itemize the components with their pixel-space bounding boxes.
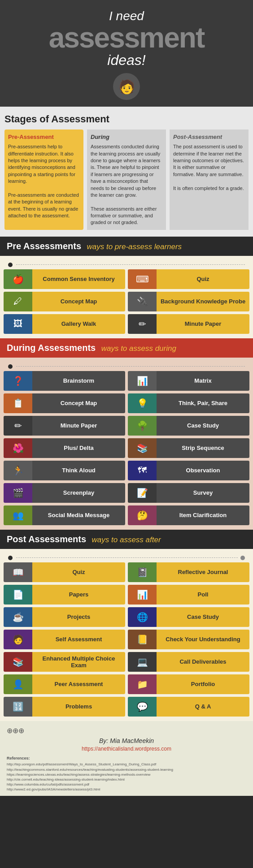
during-item-case-study: 🌳 Case Study [128,416,249,436]
during-label-screenplay: Screenplay [32,483,125,503]
stage-during-title: During [91,133,162,141]
pre-item-gallery: 🖼 Gallery Walk [4,314,125,334]
post-item-peer-assessment: 👤 Peer Assessment [4,674,125,694]
pre-header-italic: ways to pre-assess learners [87,242,182,251]
pre-thumb-common-sense: 🍎 [4,269,32,289]
stage-during: During Assessments conducted during the … [87,130,166,230]
pre-item-concept-map: 🖊 Concept Map [4,292,125,311]
during-row-7: 👥 Social Media Message 🤔 Item Clarificat… [4,505,249,525]
during-label-concept-map: Concept Map [32,393,125,413]
footer-ref-6: http://www2.ed.gov/pubs/IASA/newsletters… [7,787,246,792]
post-row-3: ☕ Projects 🌐 Case Study [4,607,249,627]
post-item-papers: 📄 Papers [4,585,125,605]
during-row-2: 📋 Concept Map 💡 Think, Pair, Share [4,393,249,413]
during-label-matrix: Matrix [157,371,249,391]
during-assessments-grid-section: ❓ Brainstorm 📊 Matrix 📋 Concept Map 💡 Th… [0,358,253,530]
during-thumb-think-pair: 💡 [128,393,157,413]
post-dot [8,556,13,560]
pre-thumb-gallery: 🖼 [4,314,32,334]
during-row-5: 🏃 Think Aloud 🗺 Observation [4,461,249,480]
footer-url: https://anethicalisland.wordpress.com [7,746,246,752]
post-item-qa: 💬 Q & A [128,697,249,717]
post-item-poll: 📊 Poll [128,585,249,605]
pre-thumb-concept-map: 🖊 [4,292,32,311]
during-item-survey: 📝 Survey [128,483,249,503]
header-title-bottom: ideas! [4,52,249,69]
during-item-think-aloud: 🏃 Think Aloud [4,461,125,480]
stage-pre-title: Pre-Assessment [8,133,80,141]
footer-ref-5: http://www.columbia.edu/cu/tat/pdfs/asse… [7,782,246,787]
during-label-brainstorm: Brainstorm [32,371,125,391]
stage-during-text1: Assessments conducted during the learnin… [91,143,162,199]
post-header-italic: ways to assess after [92,535,161,544]
during-dot [8,364,13,369]
post-thumb-papers: 📄 [4,585,32,605]
pre-label-minute-paper: Minute Paper [157,314,249,334]
pre-dot-row [4,260,249,269]
post-thumb-enhanced-multiple: 📚 [4,652,32,672]
pre-assessments-grid-section: 🍎 Common Sense Inventory ⌨ Quiz 🖊 Concep… [0,256,253,338]
post-thumb-poll: 📊 [128,585,157,605]
post-label-qa: Q & A [157,697,249,717]
footer-ref-1: http://tep.uoregon.edu/pdf/assessment/Wa… [7,762,246,767]
post-thumb-qa: 💬 [128,697,157,717]
post-row-6: 👤 Peer Assessment 📁 Portfolio [4,674,249,694]
during-label-plus-delta: Plus/ Delta [32,438,125,458]
post-item-check-understanding: 📒 Check Your Understanding [128,630,249,649]
post-label-portfolio: Portfolio [157,674,249,694]
post-item-projects: ☕ Projects [4,607,125,627]
stage-during-text2: These assessments are either formative o… [91,206,162,226]
pre-label-quiz: Quiz [157,269,249,289]
stage-post-text2: It is often completed for a grade. [173,185,245,192]
post-row-2: 📄 Papers 📊 Poll [4,585,249,605]
stage-post-text: The post assessment is used to determine… [173,143,245,178]
during-item-item-clarification: 🤔 Item Clarification [128,505,249,525]
post-label-projects: Projects [32,607,125,627]
during-header-italic: ways to assess during [101,344,176,353]
during-thumb-think-aloud: 🏃 [4,461,32,480]
post-thumb-call-deliverables: 💻 [128,652,157,672]
post-label-self-assessment: Self Assessment [32,630,125,649]
during-header-bold: During Assessments [7,343,96,353]
during-label-social-media: Social Media Message [32,505,125,525]
post-label-call-deliverables: Call Deliverables [157,652,249,672]
stage-pre-text1: Pre-assessments help to differentiate in… [8,143,80,185]
stages-title: Stages of Assessment [4,113,249,125]
during-item-strip-sequence: 📚 Strip Sequence [128,438,249,458]
post-thumb-reflective-journal: 📓 [128,562,157,582]
footer-ref-3: https://learningsciences.utexas.edu/teac… [7,772,246,777]
stages-grid: Pre-Assessment Pre-assessments help to d… [4,130,249,230]
post-thumb-projects: ☕ [4,607,32,627]
person-icon: 🧑 [113,73,140,100]
during-row-6: 🎬 Screenplay 📝 Survey [4,483,249,503]
pre-dashed-line [16,264,245,265]
pre-label-background: Background Knowledge Probe [157,292,249,311]
during-assessments-header: During Assessments ways to assess during [0,338,253,358]
footer-refs: References: http://tep.uoregon.edu/pdf/a… [7,756,246,792]
footer-section: ⊕⊕⊕ By: Mia MacMeekin https://anethicali… [0,721,253,796]
during-thumb-strip-sequence: 📚 [128,438,157,458]
during-item-matrix: 📊 Matrix [128,371,249,391]
footer-ref-4: http://cte.cornell.edu/teaching-ideas/as… [7,777,246,782]
during-label-minute-paper: Minute Paper [32,416,125,436]
during-item-think-pair: 💡 Think, Pair, Share [128,393,249,413]
post-assessment-grid: 📖 Quiz 📓 Reflective Journal 📄 Papers 📊 P… [4,562,249,717]
during-thumb-concept-map: 📋 [4,393,32,413]
stage-post-title: Post-Assessment [173,133,245,141]
pre-label-common-sense: Common Sense Inventory [32,269,125,289]
during-dot-row [4,362,249,371]
stage-pre: Pre-Assessment Pre-assessments help to d… [4,130,83,230]
during-label-think-aloud: Think Aloud [32,461,125,480]
during-label-strip-sequence: Strip Sequence [157,438,249,458]
post-label-quiz: Quiz [32,562,125,582]
pre-assessment-grid: 🍎 Common Sense Inventory ⌨ Quiz 🖊 Concep… [4,269,249,334]
pre-thumb-background: 🔌 [128,292,157,311]
post-label-papers: Papers [32,585,125,605]
during-item-brainstorm: ❓ Brainstorm [4,371,125,391]
post-row-4: 🧑 Self Assessment 📒 Check Your Understan… [4,630,249,649]
header-section: I need assessment ideas! 🧑 [0,0,253,107]
pre-row-2: 🖊 Concept Map 🔌 Background Knowledge Pro… [4,292,249,311]
post-row-1: 📖 Quiz 📓 Reflective Journal [4,562,249,582]
post-item-call-deliverables: 💻 Call Deliverables [128,652,249,672]
post-row-5: 📚 Enhanced Multiple Choice Exam 💻 Call D… [4,652,249,672]
